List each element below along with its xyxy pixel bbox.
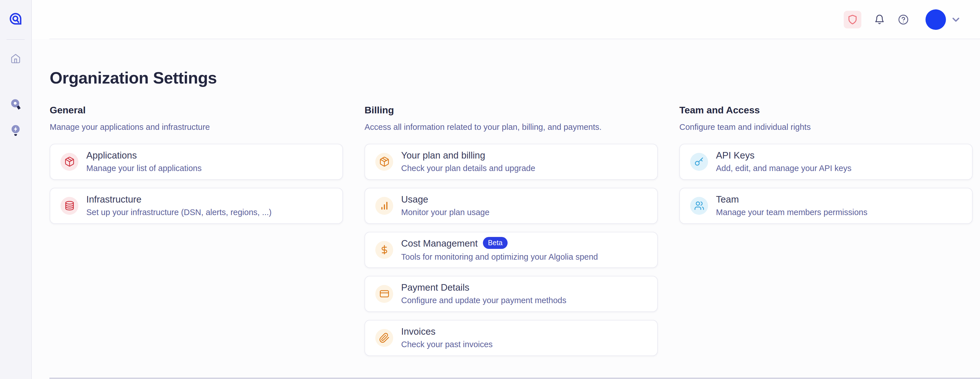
card-icon-circle <box>60 153 78 171</box>
help-icon <box>898 14 909 25</box>
card-icon-circle <box>375 329 393 347</box>
team-icon <box>694 200 705 211</box>
card-subtitle: Add, edit, and manage your API keys <box>716 163 851 173</box>
card-title: Payment Details <box>401 282 566 293</box>
section-subtitle: Configure team and individual rights <box>679 122 973 132</box>
user-menu-button[interactable] <box>926 10 962 30</box>
card-your-plan-and-billing[interactable]: Your plan and billing Check your plan de… <box>364 144 658 180</box>
card-subtitle: Check your past invoices <box>401 339 493 349</box>
card-cost-management[interactable]: Cost Management Beta Tools for monitorin… <box>364 232 658 268</box>
section-subtitle: Manage your applications and infrastruct… <box>50 122 343 132</box>
card-title: Team <box>716 194 867 205</box>
topbar <box>32 0 980 39</box>
main-content: Organization Settings General Manage you… <box>32 40 980 379</box>
card-title: API Keys <box>716 150 851 161</box>
package-icon <box>379 156 390 167</box>
card-subtitle: Manage your team members permissions <box>716 207 867 217</box>
section-title: General <box>50 104 343 116</box>
topbar-divider <box>49 38 980 39</box>
card-subtitle: Tools for monitoring and optimizing your… <box>401 252 598 262</box>
card-api-keys[interactable]: API Keys Add, edit, and manage your API … <box>679 144 973 180</box>
card-applications[interactable]: Applications Manage your list of applica… <box>50 144 343 180</box>
horizontal-scrollbar[interactable] <box>49 377 980 379</box>
card-icon-circle <box>375 197 393 215</box>
card-team[interactable]: Team Manage your team members permission… <box>679 188 973 224</box>
card-title: Cost Management <box>401 238 478 249</box>
card-usage[interactable]: Usage Monitor your plan usage <box>364 188 658 224</box>
package-icon <box>64 156 75 167</box>
section-billing: Billing Access all information related t… <box>364 104 658 364</box>
section-subtitle: Access all information related to your p… <box>364 122 658 132</box>
card-icon-circle <box>375 285 393 303</box>
sidebar-item-home[interactable] <box>10 53 21 65</box>
card-subtitle: Manage your list of applications <box>86 163 202 173</box>
section-title: Billing <box>364 104 658 116</box>
section-general: General Manage your applications and inf… <box>50 104 343 232</box>
card-invoices[interactable]: Invoices Check your past invoices <box>364 320 658 356</box>
bell-icon <box>874 14 885 25</box>
card-icon-circle <box>375 153 393 171</box>
search-magnifier-icon <box>10 99 22 112</box>
sidebar <box>0 0 32 379</box>
section-title: Team and Access <box>679 104 973 116</box>
algolia-logo[interactable] <box>8 11 23 26</box>
card-title: Your plan and billing <box>401 150 535 161</box>
settings-columns: General Manage your applications and inf… <box>50 104 973 364</box>
sidebar-item-search[interactable] <box>10 99 22 113</box>
trust-shield-button[interactable] <box>844 11 861 29</box>
help-button[interactable] <box>898 14 909 25</box>
database-icon <box>64 200 75 211</box>
credit-card-icon <box>379 288 390 299</box>
card-infrastructure[interactable]: Infrastructure Set up your infrastructur… <box>50 188 343 224</box>
card-subtitle: Monitor your plan usage <box>401 207 490 217</box>
paperclip-icon <box>379 333 390 343</box>
page-title: Organization Settings <box>50 69 973 87</box>
sidebar-divider <box>6 39 25 40</box>
sidebar-item-recommendations[interactable] <box>10 125 22 139</box>
card-icon-circle <box>375 241 393 259</box>
card-payment-details[interactable]: Payment Details Configure and update you… <box>364 276 658 312</box>
dollar-icon <box>379 244 390 255</box>
card-icon-circle <box>690 197 708 215</box>
home-icon <box>10 53 21 64</box>
avatar <box>926 10 946 30</box>
card-title: Usage <box>401 194 490 205</box>
bar-chart-icon <box>379 200 390 211</box>
algolia-logo-icon <box>8 11 23 26</box>
card-icon-circle <box>60 197 78 215</box>
card-subtitle: Configure and update your payment method… <box>401 296 566 305</box>
lightbulb-bolt-icon <box>10 125 22 138</box>
card-title: Applications <box>86 150 202 161</box>
section-team-and-access: Team and Access Configure team and indiv… <box>679 104 973 232</box>
card-subtitle: Check your plan details and upgrade <box>401 163 535 173</box>
card-title: Infrastructure <box>86 194 272 205</box>
card-icon-circle <box>690 153 708 171</box>
beta-badge: Beta <box>483 237 508 249</box>
card-subtitle: Set up your infrastructure (DSN, alerts,… <box>86 207 272 217</box>
shield-icon <box>847 14 858 25</box>
card-title: Invoices <box>401 326 493 337</box>
notifications-button[interactable] <box>874 14 885 25</box>
key-icon <box>694 156 705 167</box>
chevron-down-icon <box>950 14 962 26</box>
